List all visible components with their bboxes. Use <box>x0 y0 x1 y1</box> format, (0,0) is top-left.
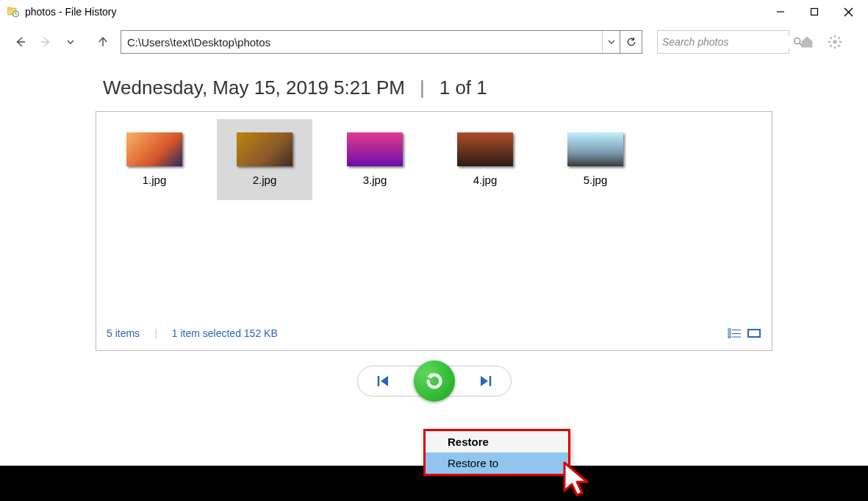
toolbar <box>0 24 868 60</box>
svg-point-11 <box>833 40 836 43</box>
previous-version-button[interactable] <box>376 374 392 388</box>
details-view-button[interactable] <box>728 328 742 338</box>
window-controls <box>764 1 865 23</box>
version-header: Wednesday, May 15, 2019 5:21 PM | 1 of 1 <box>0 60 868 111</box>
history-dropdown-button[interactable] <box>60 32 81 52</box>
svg-rect-21 <box>728 333 731 335</box>
file-name-label: 3.jpg <box>363 174 387 186</box>
file-thumbnail <box>347 132 403 166</box>
file-item[interactable]: 3.jpg <box>327 119 423 200</box>
file-thumbnail <box>237 132 293 166</box>
file-grid[interactable]: 1.jpg2.jpg3.jpg4.jpg5.jpg <box>107 119 761 324</box>
close-button[interactable] <box>831 1 865 23</box>
context-menu: Restore Restore to <box>423 429 570 476</box>
page-indicator: 1 of 1 <box>440 77 487 99</box>
selection-info: 1 item selected 152 KB <box>172 327 278 339</box>
window-title: photos - File History <box>25 6 116 18</box>
version-datetime: Wednesday, May 15, 2019 5:21 PM <box>103 77 405 99</box>
address-input[interactable] <box>121 31 602 53</box>
file-item[interactable]: 4.jpg <box>437 119 533 200</box>
file-item[interactable]: 5.jpg <box>548 119 643 200</box>
title-bar: photos - File History <box>0 0 868 24</box>
settings-button[interactable] <box>825 32 845 52</box>
separator: | <box>420 77 425 99</box>
svg-rect-1 <box>7 7 11 10</box>
item-count: 5 items <box>107 327 140 339</box>
svg-rect-20 <box>728 329 731 331</box>
back-button[interactable] <box>10 32 31 52</box>
file-name-label: 2.jpg <box>253 174 277 186</box>
svg-line-19 <box>838 37 840 39</box>
minimize-button[interactable] <box>764 1 797 23</box>
file-name-label: 4.jpg <box>473 174 498 186</box>
file-item[interactable]: 1.jpg <box>107 119 202 200</box>
menu-restore-to[interactable]: Restore to <box>426 452 568 474</box>
search-input[interactable] <box>662 36 792 48</box>
thumbnails-view-button[interactable] <box>747 328 761 338</box>
svg-rect-22 <box>728 336 731 338</box>
svg-line-16 <box>830 37 832 39</box>
svg-line-18 <box>830 45 832 46</box>
file-listing: 1.jpg2.jpg3.jpg4.jpg5.jpg 5 items | 1 it… <box>96 111 772 351</box>
next-version-button[interactable] <box>477 374 493 388</box>
file-name-label: 5.jpg <box>584 174 608 186</box>
folder-clock-icon <box>7 6 19 18</box>
refresh-button[interactable] <box>620 31 642 53</box>
file-thumbnail <box>567 132 623 166</box>
forward-button[interactable] <box>35 32 56 52</box>
version-nav <box>0 366 868 397</box>
restore-button[interactable] <box>414 360 455 402</box>
file-item[interactable]: 2.jpg <box>217 119 312 200</box>
search-box <box>657 30 789 54</box>
menu-restore[interactable]: Restore <box>426 431 568 452</box>
file-name-label: 1.jpg <box>143 174 167 186</box>
home-button[interactable] <box>797 32 817 52</box>
svg-line-17 <box>838 45 840 46</box>
address-dropdown-button[interactable] <box>602 31 620 53</box>
address-bar <box>121 30 642 54</box>
up-button[interactable] <box>93 32 113 52</box>
maximize-button[interactable] <box>797 1 831 23</box>
svg-rect-27 <box>749 330 759 336</box>
svg-rect-4 <box>811 9 818 15</box>
nav-pill <box>357 366 512 397</box>
status-bar: 5 items | 1 item selected 152 KB <box>107 324 761 343</box>
file-thumbnail <box>457 132 513 166</box>
file-thumbnail <box>126 132 182 166</box>
